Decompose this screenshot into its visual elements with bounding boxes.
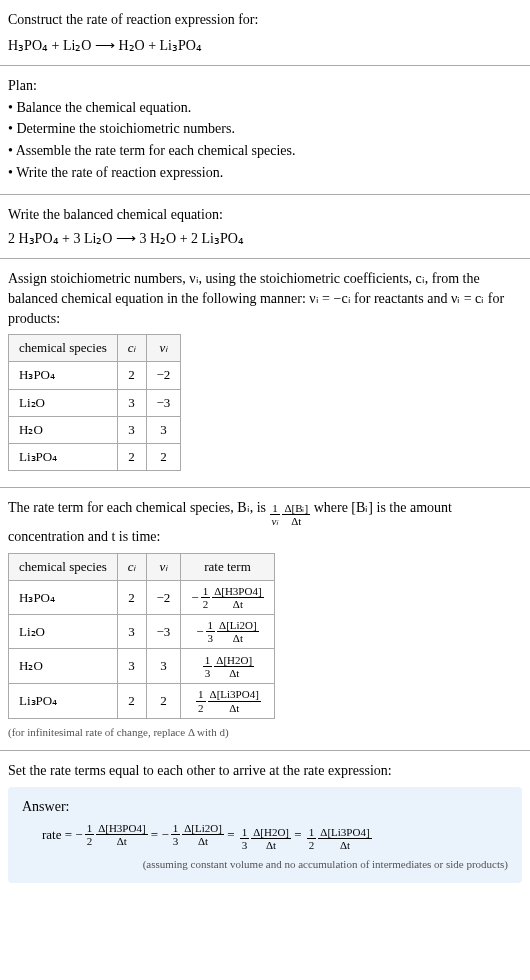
cell-v: −3 [146, 615, 181, 649]
plan-item: • Balance the chemical equation. [8, 98, 522, 118]
rate-term-text: The rate term for each chemical species,… [8, 498, 522, 547]
col-v: νᵢ [146, 335, 181, 362]
cell-v: 3 [146, 649, 181, 684]
cell-v: 2 [146, 684, 181, 719]
col-rate: rate term [181, 553, 274, 580]
col-species: chemical species [9, 335, 118, 362]
cell-c: 2 [117, 362, 146, 389]
table-row: H₂O 3 3 [9, 416, 181, 443]
infinitesimal-note: (for infinitesimal rate of change, repla… [8, 725, 522, 740]
cell-c: 2 [117, 581, 146, 615]
col-c: cᵢ [117, 553, 146, 580]
table-header-row: chemical species cᵢ νᵢ rate term [9, 553, 275, 580]
plan-item: • Determine the stoichiometric numbers. [8, 119, 522, 139]
answer-note: (assuming constant volume and no accumul… [22, 857, 508, 872]
header-section: Construct the rate of reaction expressio… [0, 0, 530, 66]
cell-species: H₃PO₄ [9, 581, 118, 615]
cell-rate: 13 Δ[H2O]Δt [181, 649, 274, 684]
table-row: Li₃PO₄ 2 2 12 Δ[Li3PO4]Δt [9, 684, 275, 719]
stoich-section: Assign stoichiometric numbers, νᵢ, using… [0, 259, 530, 488]
table-row: Li₂O 3 −3 − 13 Δ[Li2O]Δt [9, 615, 275, 649]
unbalanced-equation: H₃PO₄ + Li₂O ⟶ H₂O + Li₃PO₄ [8, 36, 522, 56]
cell-rate: − 13 Δ[Li2O]Δt [181, 615, 274, 649]
cell-v: −2 [146, 581, 181, 615]
table-row: H₂O 3 3 13 Δ[H2O]Δt [9, 649, 275, 684]
plan-item: • Write the rate of reaction expression. [8, 163, 522, 183]
answer-box: Answer: rate = − 12 Δ[H3PO4]Δt = − 13 Δ[… [8, 787, 522, 883]
stoich-text: Assign stoichiometric numbers, νᵢ, using… [8, 269, 522, 328]
table-row: Li₂O 3 −3 [9, 389, 181, 416]
cell-c: 3 [117, 389, 146, 416]
col-species: chemical species [9, 553, 118, 580]
construct-title: Construct the rate of reaction expressio… [8, 10, 522, 30]
balanced-section: Write the balanced chemical equation: 2 … [0, 195, 530, 259]
plan-item: • Assemble the rate term for each chemic… [8, 141, 522, 161]
table-header-row: chemical species cᵢ νᵢ [9, 335, 181, 362]
cell-c: 3 [117, 416, 146, 443]
final-text: Set the rate terms equal to each other t… [8, 761, 522, 781]
cell-species: Li₂O [9, 389, 118, 416]
table-row: H₃PO₄ 2 −2 [9, 362, 181, 389]
plan-section: Plan: • Balance the chemical equation. •… [0, 66, 530, 195]
table-row: Li₃PO₄ 2 2 [9, 443, 181, 470]
cell-species: H₃PO₄ [9, 362, 118, 389]
stoich-table: chemical species cᵢ νᵢ H₃PO₄ 2 −2 Li₂O 3… [8, 334, 181, 471]
cell-v: 3 [146, 416, 181, 443]
cell-species: Li₂O [9, 615, 118, 649]
balanced-label: Write the balanced chemical equation: [8, 205, 522, 225]
table-row: H₃PO₄ 2 −2 − 12 Δ[H3PO4]Δt [9, 581, 275, 615]
cell-species: H₂O [9, 649, 118, 684]
cell-c: 2 [117, 684, 146, 719]
cell-c: 3 [117, 649, 146, 684]
rate-term-table: chemical species cᵢ νᵢ rate term H₃PO₄ 2… [8, 553, 275, 719]
rate-term-section: The rate term for each chemical species,… [0, 488, 530, 751]
balanced-equation: 2 H₃PO₄ + 3 Li₂O ⟶ 3 H₂O + 2 Li₃PO₄ [8, 229, 522, 249]
fraction: 1 νᵢ [270, 502, 281, 527]
cell-rate: − 12 Δ[H3PO4]Δt [181, 581, 274, 615]
cell-rate: 12 Δ[Li3PO4]Δt [181, 684, 274, 719]
rate-expression: rate = − 12 Δ[H3PO4]Δt = − 13 Δ[Li2O]Δt … [42, 822, 508, 851]
fraction: Δ[Bᵢ] Δt [282, 502, 310, 527]
cell-c: 2 [117, 443, 146, 470]
cell-c: 3 [117, 615, 146, 649]
cell-species: H₂O [9, 416, 118, 443]
cell-species: Li₃PO₄ [9, 443, 118, 470]
answer-label: Answer: [22, 797, 508, 817]
final-section: Set the rate terms equal to each other t… [0, 751, 530, 893]
plan-label: Plan: [8, 76, 522, 96]
cell-v: −2 [146, 362, 181, 389]
col-v: νᵢ [146, 553, 181, 580]
cell-v: 2 [146, 443, 181, 470]
rate-term-formula: 1 νᵢ Δ[Bᵢ] Δt [270, 502, 311, 527]
cell-species: Li₃PO₄ [9, 684, 118, 719]
cell-v: −3 [146, 389, 181, 416]
col-c: cᵢ [117, 335, 146, 362]
